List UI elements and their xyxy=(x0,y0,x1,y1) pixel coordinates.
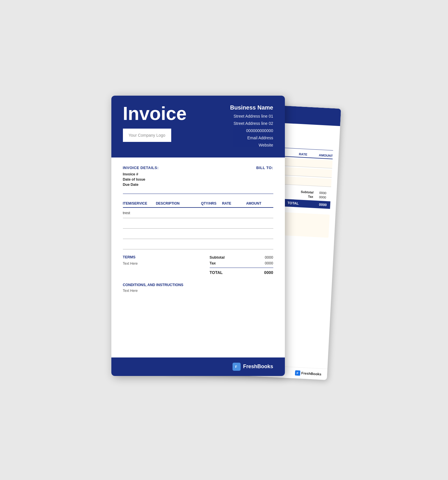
col-header-item: ITEM/SERVICE xyxy=(123,200,156,207)
col-header-amount: AMOUNT xyxy=(246,200,273,207)
table-row: trest xyxy=(123,207,273,218)
total-value: 0000 xyxy=(264,270,273,275)
row4-rate xyxy=(222,239,246,249)
invoice-table: ITEM/SERVICE DESCRIPTION QTY/HRS RATE AM… xyxy=(123,200,273,249)
table-row xyxy=(123,218,273,229)
row2-qty xyxy=(201,218,222,229)
invoice-number-field: Invoice # xyxy=(123,172,159,176)
row2-desc xyxy=(156,218,201,229)
invoice-front: Invoice Your Company Logo Business Name … xyxy=(111,96,285,376)
back-subtotal-val: 0000 xyxy=(319,191,331,195)
conditions-label: CONDITIONS, AND INSTRUCTIONS xyxy=(123,283,273,287)
table-row xyxy=(123,229,273,239)
row1-item: trest xyxy=(123,207,156,218)
subtotal-value: 0000 xyxy=(265,255,273,260)
totals-section: Subtotal 0000 Tax 0000 TOTAL 0000 xyxy=(210,255,273,275)
subtotal-key: Subtotal xyxy=(210,255,225,260)
total-row: TOTAL 0000 xyxy=(210,270,273,275)
company-logo-text: Your Company Logo xyxy=(129,133,165,138)
website: Website xyxy=(230,142,273,149)
conditions-section: CONDITIONS, AND INSTRUCTIONS Text Here xyxy=(123,283,273,293)
front-header: Invoice Your Company Logo Business Name … xyxy=(111,96,285,158)
row2-rate xyxy=(222,218,246,229)
svg-text:F: F xyxy=(235,365,237,368)
company-logo-box: Your Company Logo xyxy=(123,129,171,142)
email: Email Address xyxy=(230,134,273,142)
row2-amount xyxy=(246,218,273,229)
phone: 000000000000 xyxy=(230,127,273,134)
bill-to-label: BILL TO: xyxy=(256,166,273,170)
invoice-details-section: INVOICE DETAILS: Invoice # Date of Issue… xyxy=(123,166,273,188)
back-tax-key: Tax xyxy=(296,194,313,198)
subtotal-row: Subtotal 0000 xyxy=(210,255,273,260)
total-label: TOTAL xyxy=(210,270,223,275)
row3-amount xyxy=(246,229,273,239)
bottom-section: TERMS Text Here Subtotal 0000 Tax 0000 T… xyxy=(123,255,273,275)
row4-item xyxy=(123,239,156,249)
due-date-field: Due Date xyxy=(123,183,159,187)
table-header-row: ITEM/SERVICE DESCRIPTION QTY/HRS RATE AM… xyxy=(123,200,273,207)
tax-value: 0000 xyxy=(265,261,273,265)
back-fb-icon: F xyxy=(295,370,300,376)
back-brand-name: FreshBooks xyxy=(301,371,321,376)
section-divider xyxy=(123,194,273,194)
row3-rate xyxy=(222,229,246,239)
terms-text: Text Here xyxy=(123,262,138,266)
back-subtotal-key: Subtotal xyxy=(296,190,314,194)
back-total-bar: TOTAL 0000 xyxy=(284,199,330,209)
row1-desc xyxy=(156,207,201,218)
back-rate-header: RATE xyxy=(299,152,307,156)
row4-desc xyxy=(156,239,201,249)
row4-qty xyxy=(201,239,222,249)
front-body: INVOICE DETAILS: Invoice # Date of Issue… xyxy=(111,157,285,301)
business-name: Business Name xyxy=(230,104,273,111)
row4-amount xyxy=(246,239,273,249)
back-total-value: 0000 xyxy=(319,202,327,207)
back-tax-val: 0000 xyxy=(319,195,331,199)
row3-item xyxy=(123,229,156,239)
table-row xyxy=(123,239,273,249)
business-info: Street Address line 01 Street Address li… xyxy=(230,113,273,149)
invoice-details-right: BILL TO: xyxy=(256,166,273,188)
conditions-text: Text Here xyxy=(123,289,273,293)
terms-label: TERMS xyxy=(123,255,138,259)
back-amount-header: AMOUNT xyxy=(319,153,333,157)
back-freshbooks-logo: F FreshBooks xyxy=(295,370,321,377)
row3-qty xyxy=(201,229,222,239)
date-of-issue-field: Date of Issue xyxy=(123,177,159,181)
terms-section: TERMS Text Here xyxy=(123,255,138,266)
front-footer: F FreshBooks xyxy=(111,357,285,376)
tax-row: Tax 0000 xyxy=(210,261,273,265)
invoice-details-left: INVOICE DETAILS: Invoice # Date of Issue… xyxy=(123,166,159,188)
back-total-label: TOTAL xyxy=(287,201,299,205)
header-right: Business Name Street Address line 01 Str… xyxy=(230,104,273,149)
row1-qty xyxy=(201,207,222,218)
row1-rate xyxy=(222,207,246,218)
address-line1: Street Address line 01 xyxy=(230,113,273,120)
tax-key: Tax xyxy=(210,261,216,265)
invoice-title: Invoice xyxy=(123,104,187,123)
col-header-desc: DESCRIPTION xyxy=(156,200,201,207)
total-divider xyxy=(210,268,273,268)
col-header-rate: RATE xyxy=(222,200,246,207)
freshbooks-logo: F FreshBooks xyxy=(233,363,273,371)
invoice-scene: INVOICE DETAILS: Invoice # 0000 Date of … xyxy=(111,96,337,385)
fb-icon: F xyxy=(233,363,241,371)
invoice-details-label: INVOICE DETAILS: xyxy=(123,166,159,170)
address-line2: Street Address line 02 xyxy=(230,120,273,127)
freshbooks-brand-name: FreshBooks xyxy=(243,364,273,370)
row2-item xyxy=(123,218,156,229)
header-left: Invoice Your Company Logo xyxy=(123,104,187,142)
row1-amount xyxy=(246,207,273,218)
col-header-qty: QTY/HRS xyxy=(201,200,222,207)
table-body: trest xyxy=(123,207,273,249)
row3-desc xyxy=(156,229,201,239)
